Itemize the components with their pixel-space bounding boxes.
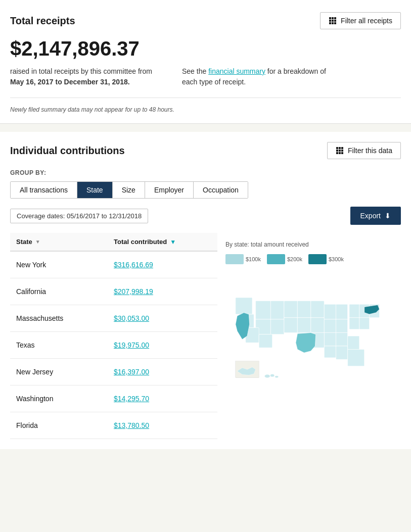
alaska-inset — [236, 361, 259, 378]
data-area: State ▼ Total contributed ▼ New York $31… — [10, 233, 401, 439]
cell-state-1: California — [16, 287, 114, 296]
svg-rect-10 — [284, 318, 297, 333]
table-row: Massachusetts $30,053.00 — [10, 305, 217, 332]
map-legend-swatches: $100k $200k $300k — [225, 254, 393, 264]
svg-rect-18 — [324, 332, 336, 346]
legend-swatch-100k — [225, 254, 244, 264]
export-icon: ⬇ — [385, 212, 391, 220]
svg-rect-29 — [348, 336, 359, 349]
table-rows: New York $316,616.69 California $207,998… — [10, 252, 217, 439]
svg-rect-7 — [259, 334, 272, 348]
filter-this-data-button[interactable]: Filter this data — [327, 142, 401, 159]
svg-rect-25 — [359, 318, 370, 329]
tab-employer[interactable]: Employer — [145, 182, 194, 198]
map-legend: By state: total amount received — [225, 241, 393, 248]
svg-rect-19 — [336, 332, 347, 346]
table-row: Florida $13,780.50 — [10, 412, 217, 439]
cell-state-2: Massachusetts — [16, 314, 114, 322]
svg-point-32 — [264, 374, 270, 378]
tab-occupation[interactable]: Occupation — [194, 182, 248, 198]
svg-rect-14 — [324, 304, 336, 319]
sort-filter-icon[interactable]: ▼ — [170, 238, 176, 246]
cell-amount-1[interactable]: $207,998.19 — [114, 287, 211, 296]
total-receipts-title: Total receipts — [10, 15, 75, 27]
total-receipts-header: Total receipts Filter all receipts — [10, 12, 401, 29]
cell-state-5: Washington — [16, 395, 114, 403]
col-amount-header: Total contributed ▼ — [114, 238, 211, 246]
table-header: State ▼ Total contributed ▼ — [10, 233, 217, 252]
financial-summary-link[interactable]: financial summary — [208, 67, 265, 75]
svg-rect-12 — [311, 301, 324, 318]
filter-all-receipts-label: Filter all receipts — [341, 17, 392, 25]
cell-amount-2[interactable]: $30,053.00 — [114, 314, 211, 322]
tab-state[interactable]: State — [77, 182, 113, 198]
legend-label-200k: $200k — [287, 256, 302, 262]
filter-this-data-label: Filter this data — [348, 147, 392, 155]
tab-all-transactions[interactable]: All transactions — [11, 182, 77, 198]
raised-text: raised in total receipts by this committ… — [10, 66, 162, 87]
legend-label-300k: $300k — [329, 256, 344, 262]
group-by-label: GROUP BY: — [10, 169, 401, 176]
toolbar: Coverage dates: 05/16/2017 to 12/31/2018… — [10, 207, 401, 225]
filter-all-receipts-button[interactable]: Filter all receipts — [320, 12, 401, 29]
table-row: Washington $14,295.70 — [10, 385, 217, 412]
table-row: New York $316,616.69 — [10, 252, 217, 278]
svg-rect-16 — [324, 319, 336, 332]
california-state — [236, 313, 250, 340]
contributions-title: Individual contributions — [10, 145, 125, 157]
svg-rect-5 — [270, 319, 284, 334]
see-text: See the financial summary for a breakdow… — [182, 66, 334, 87]
notice-text: Newly filed summary data may not appear … — [10, 98, 401, 113]
svg-rect-20 — [324, 346, 336, 358]
map-legend-title: By state: total amount received — [225, 241, 309, 248]
svg-rect-28 — [336, 346, 347, 359]
hawaii-inset — [264, 374, 278, 378]
table-area: State ▼ Total contributed ▼ New York $31… — [10, 233, 217, 439]
contributions-header: Individual contributions Filter this dat… — [10, 142, 401, 159]
us-map — [225, 270, 393, 412]
group-by-tabs: All transactions State Size Employer Occ… — [10, 181, 248, 199]
svg-rect-11 — [297, 318, 310, 333]
svg-rect-2 — [256, 301, 271, 319]
grid-icon — [329, 17, 337, 25]
svg-rect-9 — [297, 301, 310, 318]
cell-state-6: Florida — [16, 421, 114, 429]
sort-icon-state[interactable]: ▼ — [35, 239, 40, 245]
svg-rect-0 — [236, 298, 252, 314]
table-row: New Jersey $16,397.00 — [10, 359, 217, 385]
cell-state-0: New York — [16, 261, 114, 269]
svg-rect-30 — [348, 350, 364, 366]
texas-state — [296, 332, 316, 353]
legend-swatch-300k — [308, 254, 327, 264]
svg-rect-4 — [270, 301, 284, 319]
table-row: California $207,998.19 — [10, 278, 217, 305]
cell-amount-3[interactable]: $19,975.00 — [114, 341, 211, 349]
export-button[interactable]: Export ⬇ — [350, 207, 401, 225]
cell-amount-5[interactable]: $14,295.70 — [114, 395, 211, 403]
svg-rect-17 — [336, 319, 347, 332]
cell-amount-0[interactable]: $316,616.69 — [114, 261, 211, 269]
table-row: Texas $19,975.00 — [10, 332, 217, 359]
export-label: Export — [360, 212, 381, 220]
col-state-header: State ▼ — [16, 238, 114, 246]
us-map-svg — [225, 270, 393, 412]
legend-label-100k: $100k — [246, 256, 261, 262]
total-receipts-section: Total receipts Filter all receipts $2,14… — [0, 0, 411, 124]
cell-state-4: New Jersey — [16, 368, 114, 376]
svg-rect-24 — [349, 318, 359, 329]
svg-point-34 — [275, 376, 279, 378]
svg-rect-21 — [349, 304, 359, 317]
map-area: By state: total amount received $100k $2… — [217, 233, 401, 439]
tab-size[interactable]: Size — [113, 182, 145, 198]
grid-icon-2 — [336, 147, 344, 155]
svg-rect-15 — [336, 304, 347, 319]
svg-rect-8 — [284, 301, 297, 318]
total-amount: $2,147,896.37 — [10, 37, 401, 60]
cell-amount-6[interactable]: $13,780.50 — [114, 421, 211, 429]
cell-state-3: Texas — [16, 341, 114, 349]
legend-swatch-200k — [267, 254, 285, 264]
coverage-dates-badge: Coverage dates: 05/16/2017 to 12/31/2018 — [10, 209, 148, 223]
receipts-body: raised in total receipts by this committ… — [10, 66, 401, 87]
cell-amount-4[interactable]: $16,397.00 — [114, 368, 211, 376]
svg-rect-13 — [311, 318, 324, 333]
